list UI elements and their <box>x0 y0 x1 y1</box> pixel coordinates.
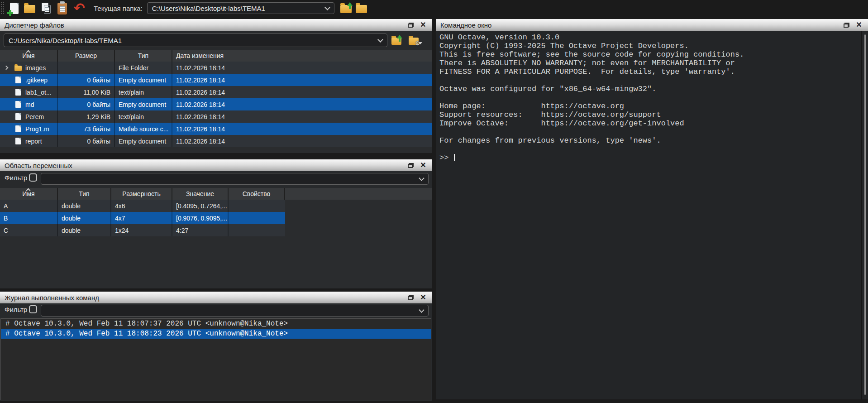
text-cursor <box>454 154 455 161</box>
variable-attr-cell <box>229 200 285 212</box>
file-row[interactable]: md0 байтыEmpty document11.02.2026 18:14 <box>0 98 432 110</box>
browse-directories-button[interactable] <box>354 1 369 15</box>
file-icon <box>15 125 21 132</box>
workspace-panel: Область переменных ✕ Фильтр ИмяТипРазмер… <box>0 159 432 288</box>
file-row[interactable]: Perem1,29 KiBtext/plain11.02.2026 18:14 <box>0 110 432 123</box>
copy-icon <box>41 2 52 14</box>
close-icon: ✕ <box>856 21 862 29</box>
file-size-cell <box>58 62 115 74</box>
file-browser-content: C:/Users/Nika/Desktop/it-labs/TEMA1 ⚙ Им… <box>0 31 432 153</box>
history-row[interactable]: # Octave 10.3.0, Wed Feb 11 18:08:23 202… <box>1 329 431 339</box>
variable-row[interactable]: Adouble4x6[0.4095, 0.7264,... <box>0 200 285 212</box>
column-header-spacer <box>285 188 432 200</box>
file-date-cell: 11.02.2026 18:14 <box>172 86 432 98</box>
close-button[interactable]: ✕ <box>417 161 429 170</box>
file-name-cell: lab1_ot... <box>0 86 58 98</box>
sort-indicator-icon <box>27 188 30 191</box>
column-header-1[interactable]: Имя <box>0 50 58 62</box>
file-name-label: lab1_ot... <box>25 89 52 96</box>
file-row[interactable]: Prog1.m73 байтыMatlab source c...11.02.2… <box>0 123 432 135</box>
history-filter-combobox[interactable] <box>41 305 429 317</box>
undo-button[interactable] <box>72 1 86 15</box>
workspace-table-body: Adouble4x6[0.4095, 0.7264,...Bdouble4x7[… <box>0 200 432 288</box>
workspace-titlebar: Область переменных ✕ <box>0 159 432 171</box>
workspace-filter-combobox[interactable] <box>41 173 429 185</box>
variable-type-cell: double <box>58 224 111 236</box>
file-size-cell: 0 байты <box>58 74 115 86</box>
history-content: Фильтр # Octave 10.3.0, Wed Feb 11 18:07… <box>0 303 432 401</box>
open-file-button[interactable] <box>22 1 37 15</box>
file-row[interactable]: report0 байтыEmpty document11.02.2026 18… <box>0 135 432 147</box>
current-folder-combobox[interactable]: C:\Users\Nika\Desktop\it-labs\TEMA1 <box>147 2 334 14</box>
scrollbar[interactable] <box>861 31 868 399</box>
undock-icon <box>408 23 414 28</box>
close-button[interactable]: ✕ <box>417 20 429 29</box>
variable-dims-cell: 4x7 <box>111 212 172 224</box>
file-icon <box>15 77 21 83</box>
file-name-cell: images <box>0 62 58 74</box>
variable-attr-cell <box>229 212 285 224</box>
close-button[interactable]: ✕ <box>417 293 429 302</box>
column-header-3[interactable]: Тип <box>115 50 172 62</box>
copy-button[interactable] <box>39 1 54 15</box>
variable-row[interactable]: Bdouble4x7[0.9076, 0.9095,... <box>0 212 285 224</box>
file-row[interactable]: imagesFile Folder11.02.2026 18:14 <box>0 62 432 74</box>
chevron-right-icon <box>4 66 9 70</box>
folder-up-button[interactable] <box>339 1 353 15</box>
file-size-cell: 0 байты <box>58 135 115 147</box>
sort-indicator-icon <box>27 50 30 53</box>
dropdown-caret-icon <box>419 42 422 44</box>
undo-arrow-icon <box>73 2 85 14</box>
current-folder-path: C:\Users\Nika\Desktop\it-labs\TEMA1 <box>152 5 265 12</box>
close-button[interactable]: ✕ <box>853 20 865 29</box>
filter-label: Фильтр <box>5 306 27 313</box>
undock-button[interactable] <box>840 20 853 29</box>
file-row[interactable]: .gitkeep0 байтыEmpty document11.02.2026 … <box>0 74 432 86</box>
history-row[interactable]: # Octave 10.3.0, Wed Feb 11 18:07:37 202… <box>1 319 431 329</box>
column-header-3[interactable]: Размерность <box>111 188 172 200</box>
workspace-table-header[interactable]: ИмяТипРазмерностьЗначениеСвойство <box>0 188 432 200</box>
variable-dims-cell: 4x6 <box>111 200 172 212</box>
column-header-5[interactable]: Свойство <box>229 188 285 200</box>
column-header-4[interactable]: Дата изменения <box>172 50 432 62</box>
file-type-cell: Empty document <box>115 74 172 86</box>
file-icon <box>15 89 21 96</box>
undock-button[interactable] <box>404 161 417 170</box>
paste-button[interactable] <box>55 1 69 15</box>
column-header-1[interactable]: Имя <box>0 188 58 200</box>
column-header-4[interactable]: Значение <box>172 188 229 200</box>
column-header-2[interactable]: Тип <box>58 188 111 200</box>
undock-button[interactable] <box>404 293 417 302</box>
undock-button[interactable] <box>404 20 417 29</box>
filter-checkbox[interactable] <box>29 305 37 313</box>
scrollbar-thumb[interactable] <box>864 34 866 395</box>
file-icon <box>15 101 21 108</box>
folder-up-icon <box>340 5 352 13</box>
file-row[interactable]: lab1_ot...11,00 KiBtext/plain11.02.2026 … <box>0 86 432 98</box>
main-toolbar: Текущая папка: C:\Users\Nika\Desktop\it-… <box>0 0 868 16</box>
chevron-down-icon <box>419 307 424 313</box>
file-browser-actions-button[interactable]: ⚙ <box>406 33 421 48</box>
folder-up-icon <box>391 38 401 45</box>
new-script-button[interactable] <box>7 1 21 15</box>
file-date-cell: 11.02.2026 18:14 <box>172 74 432 86</box>
filter-checkbox[interactable] <box>29 173 37 182</box>
file-browser-up-button[interactable] <box>389 33 404 48</box>
undock-icon <box>844 23 849 28</box>
new-document-icon <box>10 3 19 14</box>
command-window-titlebar: Командное окно ✕ <box>436 19 868 31</box>
file-date-cell: 11.02.2026 18:14 <box>172 123 432 135</box>
file-table-header[interactable]: ИмяРазмерТипДата изменения <box>0 50 432 62</box>
command-prompt[interactable]: >> <box>439 154 744 162</box>
command-window-content[interactable]: GNU Octave, version 10.3.0 Copyright (C)… <box>436 31 868 399</box>
file-name-label: .gitkeep <box>25 77 48 84</box>
variable-row[interactable]: Cdouble1x244:27 <box>0 224 285 236</box>
toolbar-drag-handle[interactable] <box>1 2 4 14</box>
file-size-cell: 73 байты <box>58 123 115 135</box>
expand-chevron-icon[interactable] <box>5 66 14 69</box>
column-header-2[interactable]: Размер <box>58 50 115 62</box>
close-icon: ✕ <box>420 162 426 169</box>
file-browser-path-combobox[interactable]: C:/Users/Nika/Desktop/it-labs/TEMA1 <box>4 34 387 47</box>
file-date-cell: 11.02.2026 18:14 <box>172 98 432 110</box>
file-type-cell: text/plain <box>115 110 172 123</box>
